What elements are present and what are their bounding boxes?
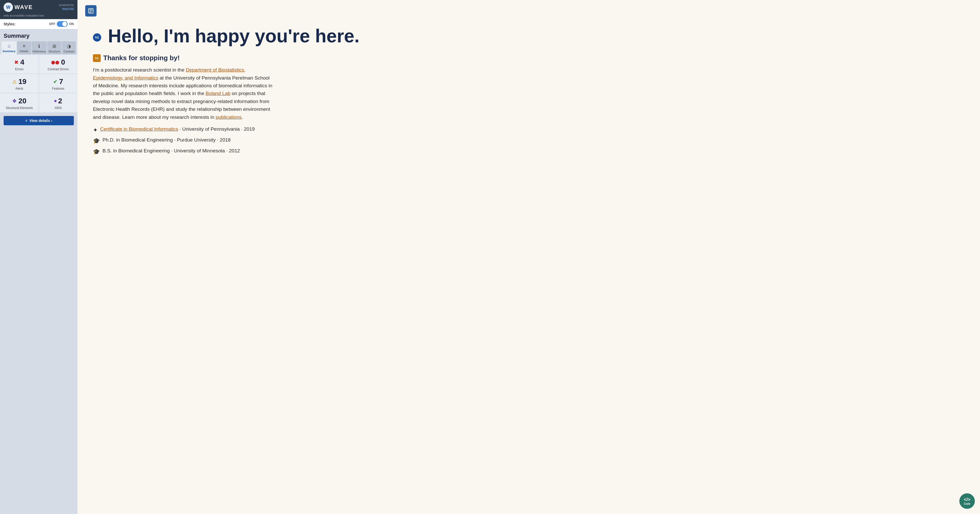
h2-badge: h2 bbox=[93, 54, 101, 62]
credential-cert: ✦ Certificate in Biomedical Informatics … bbox=[93, 126, 274, 134]
sidebar-header: W WAVE powered by WebAIM bbox=[0, 0, 78, 14]
code-badge-label: Code bbox=[964, 502, 970, 505]
wave-logo-name: WAVE bbox=[14, 4, 33, 11]
error-icon: ✖ bbox=[14, 59, 19, 65]
view-details-label: View details › bbox=[29, 118, 52, 123]
feature-icon: ✔ bbox=[53, 78, 57, 85]
wave-toolbar-icon[interactable] bbox=[85, 5, 97, 16]
tab-summary-label: Summary bbox=[3, 49, 16, 53]
stat-structural: ❖ 20 Structural Elements bbox=[0, 93, 39, 112]
main-content: h1 Hello, I'm happy you're here. h2 Than… bbox=[78, 0, 980, 514]
contrast-error-label: Contrast Errors bbox=[48, 67, 69, 71]
stat-aria: ■ 2 ARIA bbox=[39, 93, 78, 112]
contrast-tab-icon: ◑ bbox=[67, 43, 71, 49]
bs-icon: 🎓 bbox=[93, 148, 100, 155]
stat-features: ✔ 7 Features bbox=[39, 74, 78, 93]
lab-link[interactable]: Boland Lab bbox=[205, 91, 230, 96]
publications-link[interactable]: publications bbox=[216, 115, 241, 120]
tab-structure[interactable]: ⊞ Structure bbox=[47, 42, 61, 54]
powered-by-text: powered by bbox=[59, 3, 74, 6]
h2-text: Thanks for stopping by! bbox=[103, 54, 180, 62]
structural-label: Structural Elements bbox=[6, 106, 33, 110]
credential-phd: 🎓 Ph.D. in Biomedical Engineering · Purd… bbox=[93, 137, 274, 144]
tabs-bar: ⌂ Summary ≡ Details ℹ Reference ⊞ Struct… bbox=[0, 40, 78, 54]
tab-details-label: Details bbox=[20, 49, 29, 53]
tab-contrast[interactable]: ◑ Contrast bbox=[62, 42, 76, 54]
alert-count: 19 bbox=[18, 78, 26, 86]
error-label: Errors bbox=[15, 67, 24, 71]
alert-icon: ⚠ bbox=[12, 78, 17, 85]
details-tab-icon: ≡ bbox=[23, 43, 25, 49]
tab-reference[interactable]: ℹ Reference bbox=[32, 42, 47, 54]
tab-contrast-label: Contrast bbox=[64, 50, 74, 53]
cert-icon: ✦ bbox=[93, 127, 98, 134]
dept-link[interactable]: Department of Biostatistics, Epidemiolog… bbox=[93, 67, 245, 80]
cert-text: Certificate in Biomedical Informatics · … bbox=[100, 126, 255, 132]
stat-alerts: ⚠ 19 Alerts bbox=[0, 74, 39, 93]
structural-count: 20 bbox=[18, 97, 26, 105]
stat-errors: ✖ 4 Errors bbox=[0, 54, 39, 73]
contrast-error-count: 0 bbox=[61, 58, 65, 66]
structure-tab-icon: ⊞ bbox=[52, 43, 56, 49]
styles-label: Styles: bbox=[4, 22, 16, 26]
alert-label: Alerts bbox=[15, 87, 23, 90]
sidebar: W WAVE powered by WebAIM web accessibili… bbox=[0, 0, 78, 514]
styles-toggle[interactable] bbox=[57, 21, 68, 27]
tab-reference-label: Reference bbox=[33, 50, 46, 53]
contrast-error-icon: ⬤⬤ bbox=[51, 60, 59, 64]
stat-contrast-errors: ⬤⬤ 0 Contrast Errors bbox=[39, 54, 78, 73]
styles-off-label: OFF bbox=[49, 22, 55, 26]
wave-logo-icon: W bbox=[4, 3, 13, 12]
page-h1-heading: h1 Hello, I'm happy you're here. bbox=[93, 26, 964, 46]
view-details-icon: ≡ bbox=[25, 118, 27, 123]
tab-summary[interactable]: ⌂ Summary bbox=[2, 42, 16, 54]
webaim-link[interactable]: WebAIM bbox=[62, 7, 74, 11]
feature-label: Features bbox=[52, 87, 64, 90]
cert-link[interactable]: Certificate in Biomedical Informatics bbox=[100, 126, 178, 132]
aria-label: ARIA bbox=[54, 106, 62, 110]
reference-tab-icon: ℹ bbox=[38, 43, 40, 49]
tool-subtitle: web accessibility evaluation tool bbox=[0, 14, 78, 19]
aria-count: 2 bbox=[58, 97, 62, 105]
styles-toggle-group: OFF ON bbox=[49, 21, 74, 27]
aria-icon: ■ bbox=[54, 99, 57, 103]
code-badge[interactable]: </> Code bbox=[959, 493, 975, 509]
wave-logo: W WAVE bbox=[4, 3, 33, 12]
tab-details[interactable]: ≡ Details bbox=[17, 42, 31, 54]
stats-grid: ✖ 4 Errors ⬤⬤ 0 Contrast Errors ⚠ 19 Ale… bbox=[0, 54, 78, 112]
credential-bs: 🎓 B.S. in Biomedical Engineering · Unive… bbox=[93, 148, 274, 155]
summary-title: Summary bbox=[0, 29, 78, 40]
styles-bar: Styles: OFF ON bbox=[0, 19, 78, 29]
error-count: 4 bbox=[20, 58, 24, 66]
summary-tab-icon: ⌂ bbox=[8, 43, 11, 49]
bs-text: B.S. in Biomedical Engineering · Univers… bbox=[102, 148, 240, 154]
page-h2-heading: h2 Thanks for stopping by! bbox=[93, 54, 964, 62]
phd-icon: 🎓 bbox=[93, 138, 100, 144]
structural-icon: ❖ bbox=[12, 98, 17, 104]
main-paragraph: I'm a postdoctoral research scientist in… bbox=[93, 66, 274, 121]
h1-text: Hello, I'm happy you're here. bbox=[108, 26, 360, 46]
styles-on-label: ON bbox=[69, 22, 74, 26]
tab-structure-label: Structure bbox=[49, 50, 60, 53]
h1-badge: h1 bbox=[93, 34, 101, 42]
code-badge-icon: </> bbox=[964, 497, 970, 502]
powered-by: powered by WebAIM bbox=[59, 3, 74, 11]
view-details-button[interactable]: ≡ View details › bbox=[4, 116, 74, 125]
phd-text: Ph.D. in Biomedical Engineering · Purdue… bbox=[102, 137, 231, 143]
feature-count: 7 bbox=[59, 78, 63, 86]
